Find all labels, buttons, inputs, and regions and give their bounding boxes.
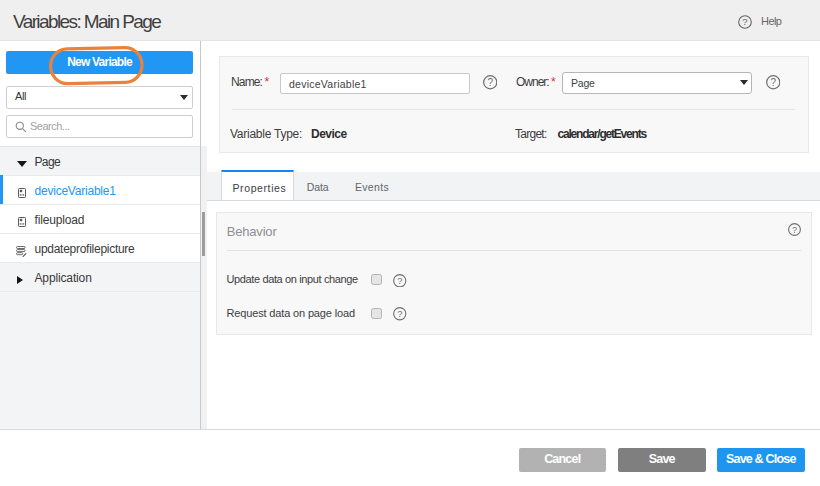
svg-text:?: ?: [770, 77, 776, 88]
svg-text:?: ?: [742, 16, 747, 27]
svg-text:?: ?: [397, 276, 402, 286]
svg-text:?: ?: [487, 77, 493, 88]
svg-text:?: ?: [791, 225, 796, 235]
svg-text:?: ?: [397, 309, 402, 319]
